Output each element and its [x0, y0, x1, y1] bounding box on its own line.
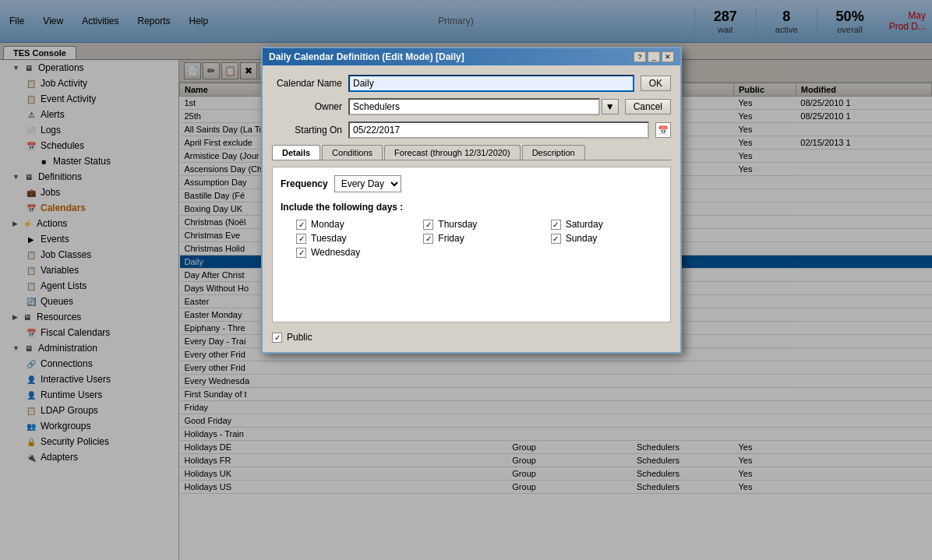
day-thursday: ✓ Thursday — [423, 219, 535, 230]
owner-select-wrapper: ▼ — [348, 98, 619, 115]
day-label-sunday: Sunday — [566, 233, 598, 244]
day-wednesday: ✓ Wednesday — [296, 247, 408, 258]
day-sunday: ✓ Sunday — [551, 233, 662, 244]
details-panel: Frequency Every Day Include the followin… — [272, 167, 671, 322]
modal-help-btn[interactable]: ? — [634, 51, 646, 62]
calendar-definition-modal: Daily Calendar Definition (Edit Mode) [D… — [261, 47, 682, 354]
modal-titlebar-buttons: ? _ ✕ — [634, 51, 674, 62]
day-monday: ✓ Monday — [296, 219, 408, 230]
starting-on-label: Starting On — [272, 125, 342, 136]
day-saturday: ✓ Saturday — [551, 219, 662, 230]
owner-row: Owner ▼ Cancel — [272, 98, 671, 115]
include-label: Include the following days : — [281, 202, 662, 213]
owner-label: Owner — [272, 101, 342, 112]
frequency-select[interactable]: Every Day — [334, 175, 401, 192]
days-grid: ✓ Monday ✓ Thursday ✓ Saturday ✓ Tuesday — [296, 219, 662, 258]
frequency-row: Frequency Every Day — [281, 175, 662, 192]
checkbox-public[interactable]: ✓ — [272, 333, 282, 343]
day-tuesday: ✓ Tuesday — [296, 233, 408, 244]
starting-on-row: Starting On 📅 — [272, 122, 671, 139]
public-row: ✓ Public — [272, 332, 671, 343]
public-label: Public — [287, 332, 312, 343]
owner-input[interactable] — [348, 98, 600, 115]
modal-overlay: Daily Calendar Definition (Edit Mode) [D… — [0, 0, 932, 560]
tab-forecast[interactable]: Forecast (through 12/31/2020) — [384, 145, 521, 160]
tab-description[interactable]: Description — [522, 145, 585, 160]
calendar-name-label: Calendar Name — [272, 78, 342, 89]
tab-conditions[interactable]: Conditions — [322, 145, 383, 160]
tab-details[interactable]: Details — [272, 145, 320, 160]
day-label-tuesday: Tuesday — [311, 233, 347, 244]
ok-button[interactable]: OK — [641, 76, 671, 91]
checkbox-sunday[interactable]: ✓ — [551, 234, 561, 244]
checkbox-tuesday[interactable]: ✓ — [296, 234, 306, 244]
checkbox-monday[interactable]: ✓ — [296, 220, 306, 230]
day-label-wednesday: Wednesday — [311, 247, 360, 258]
modal-title: Daily Calendar Definition (Edit Mode) [D… — [269, 51, 464, 62]
day-label-monday: Monday — [311, 219, 344, 230]
checkbox-saturday[interactable]: ✓ — [551, 220, 561, 230]
starting-on-input[interactable] — [348, 122, 649, 139]
modal-close-btn[interactable]: ✕ — [662, 51, 674, 62]
calendar-picker-btn[interactable]: 📅 — [655, 122, 671, 138]
owner-dropdown-btn[interactable]: ▼ — [602, 99, 619, 114]
cancel-button[interactable]: Cancel — [625, 99, 671, 114]
day-label-saturday: Saturday — [566, 219, 603, 230]
day-label-thursday: Thursday — [438, 219, 477, 230]
checkbox-friday[interactable]: ✓ — [423, 234, 433, 244]
checkbox-thursday[interactable]: ✓ — [423, 220, 433, 230]
day-label-friday: Friday — [438, 233, 464, 244]
modal-tabs: Details Conditions Forecast (through 12/… — [272, 145, 671, 160]
calendar-name-row: Calendar Name OK — [272, 75, 671, 92]
frequency-label: Frequency — [281, 178, 328, 189]
modal-minimize-btn[interactable]: _ — [648, 51, 660, 62]
modal-titlebar: Daily Calendar Definition (Edit Mode) [D… — [263, 48, 680, 65]
modal-body: Calendar Name OK Owner ▼ Cancel Starting… — [263, 65, 680, 352]
checkbox-wednesday[interactable]: ✓ — [296, 248, 306, 258]
day-friday: ✓ Friday — [423, 233, 535, 244]
calendar-name-input[interactable] — [348, 75, 634, 92]
